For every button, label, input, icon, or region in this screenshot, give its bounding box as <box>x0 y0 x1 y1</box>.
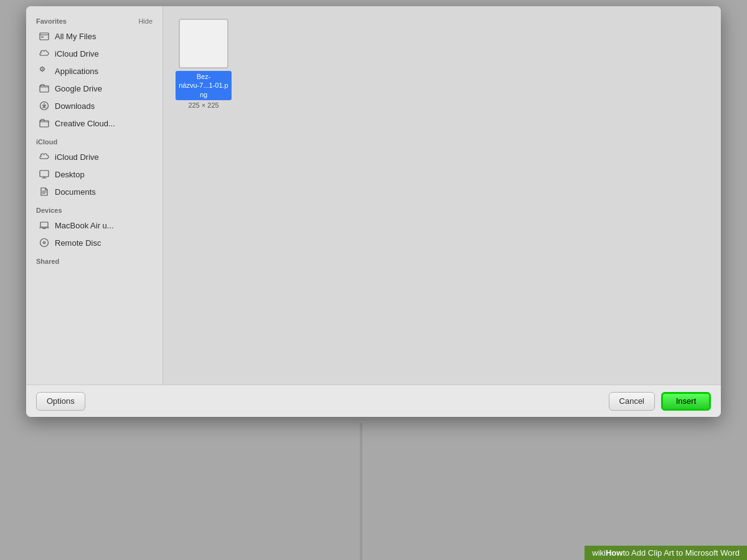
sidebar-item-applications[interactable]: Applications <box>29 62 160 80</box>
sidebar: Favorites Hide All My Files <box>26 6 163 385</box>
sidebar-item-label-documents: Documents <box>55 187 96 197</box>
file-dimensions: 225 × 225 <box>188 101 218 109</box>
file-name-line1: Bez- <box>179 72 228 81</box>
background-divider <box>360 423 362 560</box>
svg-point-19 <box>44 242 45 243</box>
svg-point-11 <box>42 68 44 70</box>
shared-section-label: Shared <box>36 258 59 265</box>
svg-line-7 <box>40 67 41 68</box>
svg-rect-15 <box>40 170 49 177</box>
svg-rect-14 <box>40 121 49 127</box>
file-label: Bez- názvu-7...1-01.png <box>176 71 232 100</box>
dialog-footer: Options Cancel Insert <box>26 385 721 417</box>
shared-section-header: Shared <box>26 251 162 268</box>
svg-rect-16 <box>40 222 48 227</box>
wikihow-article-title: to Add Clip Art to Microsoft Word <box>622 548 740 558</box>
devices-section-header: Devices <box>26 200 162 217</box>
footer-actions: Cancel Insert <box>609 392 711 411</box>
sidebar-item-label-google-drive: Google Drive <box>55 84 102 93</box>
devices-section-label: Devices <box>36 207 62 214</box>
icloud-section-header: iCloud <box>26 132 162 148</box>
sidebar-item-remote-disc[interactable]: Remote Disc <box>29 234 160 251</box>
sidebar-item-icloud-drive-fav[interactable]: iCloud Drive <box>29 45 160 62</box>
sidebar-item-all-my-files[interactable]: All My Files <box>29 27 160 45</box>
documents-icon <box>39 186 50 197</box>
disc-icon <box>39 237 50 248</box>
sidebar-item-label-macbook: MacBook Air u... <box>55 221 114 230</box>
sidebar-item-documents[interactable]: Documents <box>29 183 160 200</box>
svg-rect-12 <box>40 86 49 92</box>
file-preview-area: Bez- názvu-7...1-01.png 225 × 225 <box>163 6 721 121</box>
svg-line-10 <box>40 70 41 71</box>
desktop-icon <box>39 169 50 180</box>
sidebar-item-label-downloads: Downloads <box>55 101 95 111</box>
downloads-icon <box>39 100 50 111</box>
sidebar-item-label-creative-cloud: Creative Cloud... <box>55 119 115 128</box>
sidebar-item-label-icloud-drive: iCloud Drive <box>55 152 99 162</box>
sidebar-item-label-remote-disc: Remote Disc <box>55 238 101 248</box>
laptop-icon <box>39 220 50 231</box>
sidebar-item-label-icloud-fav: iCloud Drive <box>55 49 99 58</box>
svg-line-8 <box>44 70 44 71</box>
icloud-drive-icon <box>39 151 50 162</box>
sidebar-item-label-applications: Applications <box>55 67 98 76</box>
dialog-body: Favorites Hide All My Files <box>26 6 721 385</box>
sidebar-item-label-desktop: Desktop <box>55 170 85 179</box>
wiki-part: wikiHow <box>592 548 622 558</box>
sidebar-item-macbook[interactable]: MacBook Air u... <box>29 217 160 234</box>
file-item-selected[interactable]: Bez- názvu-7...1-01.png 225 × 225 <box>176 19 232 109</box>
sidebar-item-icloud-drive[interactable]: iCloud Drive <box>29 148 160 166</box>
svg-line-9 <box>44 67 44 68</box>
folder-google-drive-icon <box>39 83 50 94</box>
hide-button[interactable]: Hide <box>138 17 153 25</box>
wikihow-bar: wikiHow to Add Clip Art to Microsoft Wor… <box>585 546 747 560</box>
file-name-line2: názvu-7...1-01.png <box>179 81 228 99</box>
sidebar-item-desktop[interactable]: Desktop <box>29 166 160 183</box>
file-thumbnail <box>179 19 228 68</box>
favorites-label: Favorites <box>36 17 67 25</box>
svg-rect-1 <box>41 36 44 38</box>
icloud-fav-icon <box>39 48 50 59</box>
cancel-button[interactable]: Cancel <box>609 392 655 411</box>
applications-icon <box>39 65 50 77</box>
all-files-icon <box>39 30 50 42</box>
file-browser-content[interactable]: Bez- názvu-7...1-01.png 225 × 225 <box>163 6 721 385</box>
sidebar-item-creative-cloud[interactable]: Creative Cloud... <box>29 114 160 132</box>
folder-creative-cloud-icon <box>39 118 50 129</box>
favorites-section-header: Favorites Hide <box>26 11 162 27</box>
sidebar-item-google-drive[interactable]: Google Drive <box>29 80 160 97</box>
sidebar-item-downloads[interactable]: Downloads <box>29 97 160 114</box>
insert-button[interactable]: Insert <box>661 392 711 411</box>
sidebar-item-label-all-my-files: All My Files <box>55 32 96 41</box>
options-button[interactable]: Options <box>36 392 85 411</box>
file-picker-dialog: Favorites Hide All My Files <box>26 6 721 417</box>
icloud-section-label: iCloud <box>36 138 57 146</box>
